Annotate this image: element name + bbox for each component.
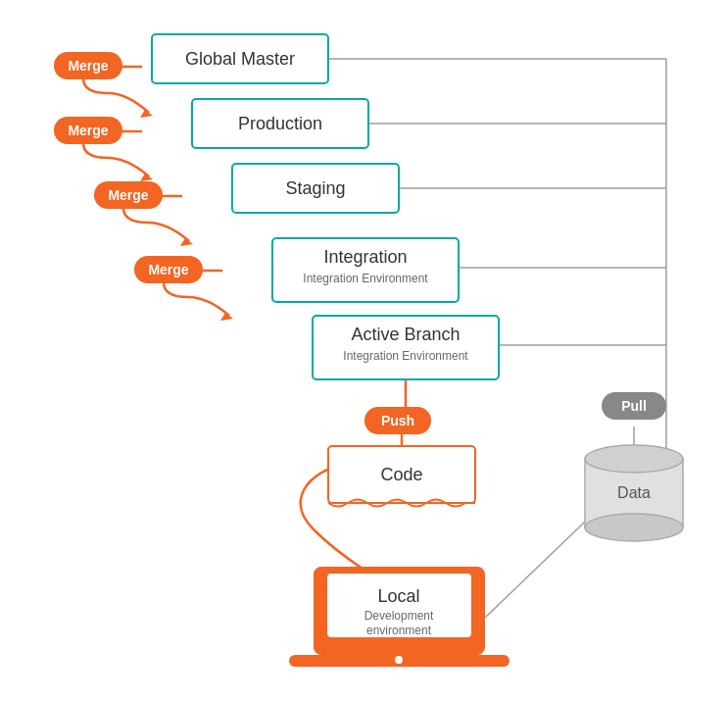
- local-label: Local: [377, 586, 419, 606]
- local-sublabel: Development: [364, 609, 434, 623]
- svg-marker-9: [140, 174, 153, 181]
- integration-sublabel: Integration Environment: [303, 272, 428, 285]
- pull-label: Pull: [621, 398, 647, 414]
- local-sublabel2: environment: [366, 624, 432, 637]
- svg-marker-11: [220, 313, 233, 321]
- svg-marker-8: [140, 110, 153, 118]
- svg-marker-10: [180, 238, 193, 246]
- push-label: Push: [381, 413, 414, 428]
- data-label: Data: [617, 484, 651, 501]
- active-branch-label: Active Branch: [351, 325, 460, 344]
- merge4-label: Merge: [148, 262, 188, 277]
- data-cylinder-bottom: [585, 514, 683, 541]
- merge3-label: Merge: [108, 187, 148, 203]
- workflow-diagram: Global Master Production Staging Integra…: [0, 0, 728, 702]
- active-branch-sublabel: Integration Environment: [343, 349, 468, 363]
- integration-label: Integration: [323, 247, 407, 267]
- staging-label: Staging: [285, 178, 345, 198]
- local-laptop-dot: [395, 656, 403, 664]
- code-label: Code: [380, 465, 422, 484]
- production-label: Production: [238, 114, 322, 133]
- merge2-label: Merge: [68, 123, 108, 138]
- global-master-label: Global Master: [185, 49, 295, 69]
- data-cylinder-top: [585, 445, 683, 473]
- merge1-label: Merge: [68, 58, 108, 74]
